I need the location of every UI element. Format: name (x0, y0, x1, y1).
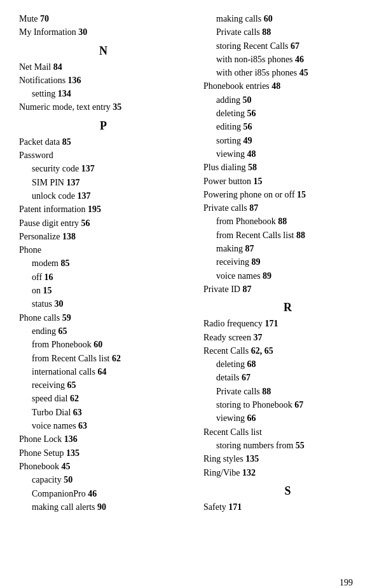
page-ref: 136 (68, 76, 81, 85)
sub-term: speed dial 62 (19, 392, 188, 405)
index-entry: voice names 63 (19, 420, 188, 432)
index-entry: unlock code 137 (19, 190, 188, 203)
sub-term: sorting 49 (203, 135, 372, 147)
index-entry: security code 137 (19, 163, 188, 175)
index-entry: viewing 66 (203, 412, 372, 425)
main-term: Powering phone on or off 15 (203, 189, 372, 201)
index-entry: Net Mail 84 (19, 61, 188, 74)
index-entry: Private calls 88 (203, 26, 372, 39)
page-ref: 67 (242, 373, 250, 382)
page-ref: 46 (295, 55, 304, 64)
sub-term: ending 65 (19, 325, 188, 338)
main-term: Private ID 87 (203, 283, 372, 296)
page-ref: 65 (67, 380, 76, 390)
index-entry: storing numbers from 55 (203, 439, 372, 452)
section-header: S (203, 484, 372, 498)
index-entry: status 30 (19, 298, 188, 311)
index-entry: viewing 48 (203, 148, 372, 161)
page-ref: 62 (70, 394, 79, 403)
main-term: Phone Lock 136 (19, 433, 188, 446)
index-entry: off 16 (19, 271, 188, 284)
index-entry: capacity 50 (19, 474, 188, 486)
page-ref: 70 (40, 14, 49, 23)
sub-term: storing Recent Calls 67 (203, 40, 372, 53)
index-entry: international calls 64 (19, 366, 188, 378)
main-term: Ready screen 37 (203, 331, 372, 344)
sub-term: capacity 50 (19, 474, 188, 486)
sub-term: Private calls 88 (203, 385, 372, 398)
main-term: Recent Calls 62, 65 (203, 345, 372, 357)
sub-term: from Recent Calls list 62 (19, 352, 188, 365)
index-entry: storing to Phonebook 67 (203, 399, 372, 411)
page-ref: 50 (64, 475, 72, 484)
index-entry: receiving 65 (19, 379, 188, 392)
sub-term: viewing 48 (203, 148, 372, 161)
page-ref: 132 (242, 468, 256, 478)
sub-term: security code 137 (19, 163, 188, 175)
page-ref: 37 (254, 333, 263, 342)
index-entry: deleting 68 (203, 358, 372, 371)
sub-term: details 67 (203, 371, 372, 384)
main-term: Plus dialing 58 (203, 161, 372, 174)
page-ref: 49 (243, 136, 252, 145)
main-term: Net Mail 84 (19, 61, 188, 74)
index-entry: voice names 89 (203, 270, 372, 283)
page-ref: 46 (88, 489, 97, 498)
page-ref: 137 (81, 164, 95, 173)
main-term: Personalize 138 (19, 231, 188, 243)
page-ref: 56 (243, 122, 252, 131)
index-entry: Phonebook 45 (19, 460, 188, 473)
index-entry: Phone Lock 136 (19, 433, 188, 446)
index-entry: Patent information 195 (19, 203, 188, 216)
index-entry: from Recent Calls list 88 (203, 229, 372, 242)
main-term: Phonebook entries 48 (203, 80, 372, 93)
index-entry: Ready screen 37 (203, 331, 372, 344)
index-entry: Power button 15 (203, 175, 372, 188)
index-entry: making 87 (203, 243, 372, 255)
page-ref: 171 (228, 502, 242, 512)
sub-term: receiving 89 (203, 256, 372, 269)
page-ref: 134 (58, 89, 71, 98)
page-ref: 85 (62, 137, 71, 147)
sub-term: deleting 56 (203, 107, 372, 120)
index-entry: storing Recent Calls 67 (203, 40, 372, 53)
index-entry: Phone Setup 135 (19, 447, 188, 460)
index-entry: Password (19, 149, 188, 162)
page-container: Mute 70My Information 30NNet Mail 84Noti… (19, 13, 372, 514)
index-entry: making call alerts 90 (19, 501, 188, 514)
index-entry: Notifications 136 (19, 74, 188, 87)
sub-term: from Phonebook 88 (203, 215, 372, 228)
index-entry: Powering phone on or off 15 (203, 189, 372, 201)
index-entry: Phone calls 59 (19, 312, 188, 324)
page-ref: 88 (262, 27, 271, 37)
sub-term: voice names 63 (19, 420, 188, 432)
page-ref: 88 (296, 231, 305, 240)
sub-term: making calls 60 (203, 13, 372, 25)
page-ref: 66 (247, 413, 256, 423)
index-entry: deleting 56 (203, 107, 372, 120)
sub-term: status 30 (19, 298, 188, 311)
main-term: Ring styles 135 (203, 453, 372, 465)
index-entry: Recent Calls 62, 65 (203, 345, 372, 357)
main-term: Patent information 195 (19, 203, 188, 216)
sub-term: editing 56 (203, 121, 372, 133)
index-entry: receiving 89 (203, 256, 372, 269)
section-header: N (19, 44, 188, 58)
page-ref: 15 (43, 286, 52, 295)
page-ref: 35 (113, 102, 121, 112)
page-ref: 60 (93, 340, 102, 349)
index-entry: Phonebook entries 48 (203, 80, 372, 93)
index-entry: from Phonebook 88 (203, 215, 372, 228)
page-number: 199 (340, 578, 353, 588)
page-ref: 135 (66, 448, 79, 458)
index-entry: setting 134 (19, 88, 188, 100)
page-ref: 63 (73, 408, 82, 417)
sub-term: deleting 68 (203, 358, 372, 371)
page-ref: 137 (78, 191, 91, 201)
page-ref: 15 (297, 190, 306, 199)
page-ref: 87 (249, 203, 258, 213)
page-ref: 137 (66, 178, 79, 187)
sub-term: adding 50 (203, 94, 372, 107)
main-term: Numeric mode, text entry 35 (19, 101, 188, 114)
sub-term: CompanionPro 46 (19, 488, 188, 500)
